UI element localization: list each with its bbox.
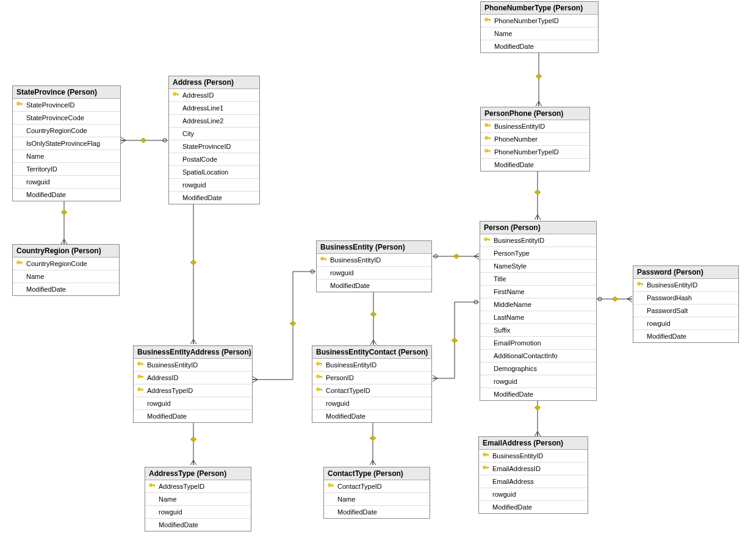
column-row[interactable]: PostalCode [169, 153, 259, 166]
column-row[interactable]: EmailAddressID [479, 463, 588, 475]
column-row[interactable]: AddressLine1 [169, 102, 259, 115]
column-row[interactable]: AdditionalContactInfo [480, 350, 596, 362]
column-row[interactable]: LastName [480, 311, 596, 324]
column-row[interactable]: BusinessEntityID [479, 450, 588, 463]
column-row[interactable]: PasswordHash [633, 292, 738, 305]
entity-countryregion[interactable]: CountryRegion (Person)CountryRegionCodeN… [12, 244, 120, 296]
column-row[interactable]: Name [145, 493, 251, 506]
column-row[interactable]: BusinessEntityID [633, 279, 738, 292]
entity-header: Password (Person) [633, 266, 738, 279]
column-row[interactable]: PhoneNumber [481, 133, 589, 146]
column-row[interactable]: ModifiedDate [134, 410, 252, 422]
column-row[interactable]: Suffix [480, 324, 596, 337]
column-row[interactable]: ModifiedDate [145, 519, 251, 531]
column-name: MiddleName [491, 301, 531, 308]
column-row[interactable]: City [169, 128, 259, 140]
column-row[interactable]: ModifiedDate [13, 283, 119, 295]
column-row[interactable]: ContactTypeID [324, 480, 430, 493]
column-row[interactable]: rowguid [479, 488, 588, 501]
column-name: Name [156, 496, 176, 503]
column-name: rowguid [328, 269, 354, 276]
column-row[interactable]: ModifiedDate [481, 159, 589, 171]
column-row[interactable]: rowguid [480, 375, 596, 388]
column-row[interactable]: ModifiedDate [169, 192, 259, 204]
entity-emailaddress[interactable]: EmailAddress (Person)BusinessEntityIDEma… [478, 436, 588, 514]
column-row[interactable]: StateProvinceID [169, 140, 259, 153]
column-row[interactable]: AddressID [169, 89, 259, 102]
column-row[interactable]: ModifiedDate [312, 410, 431, 422]
column-row[interactable]: rowguid [169, 179, 259, 192]
entity-businessentity[interactable]: BusinessEntity (Person)BusinessEntityIDr… [316, 240, 432, 292]
column-row[interactable]: Title [480, 273, 596, 286]
column-row[interactable]: ModifiedDate [317, 279, 431, 292]
column-row[interactable]: Name [13, 270, 119, 283]
column-row[interactable]: CountryRegionCode [13, 124, 120, 137]
entity-address[interactable]: Address (Person)AddressIDAddressLine1Add… [168, 76, 260, 204]
column-row[interactable]: PersonType [480, 247, 596, 260]
column-row[interactable]: rowguid [312, 397, 431, 410]
entity-businessentityaddress[interactable]: BusinessEntityAddress (Person)BusinessEn… [133, 345, 253, 423]
column-row[interactable]: ModifiedDate [324, 506, 430, 518]
column-row[interactable]: AddressLine2 [169, 115, 259, 128]
entity-contacttype[interactable]: ContactType (Person)ContactTypeIDNameMod… [323, 467, 430, 519]
column-name: Suffix [491, 326, 510, 334]
column-name: EmailAddressID [490, 465, 541, 472]
column-row[interactable]: ModifiedDate [633, 330, 738, 342]
column-row[interactable]: rowguid [633, 317, 738, 330]
column-row[interactable]: Name [324, 493, 430, 506]
column-row[interactable]: AddressID [134, 372, 252, 384]
column-row[interactable]: BusinessEntityID [312, 359, 431, 372]
entity-addresstype[interactable]: AddressType (Person)AddressTypeIDNamerow… [145, 467, 251, 532]
column-row[interactable]: rowguid [317, 267, 431, 279]
column-row[interactable]: Name [13, 150, 120, 163]
column-row[interactable]: FirstName [480, 286, 596, 298]
column-name: StateProvinceID [180, 143, 231, 150]
column-row[interactable]: ModifiedDate [480, 388, 596, 400]
column-row[interactable]: ContactTypeID [312, 384, 431, 397]
column-row[interactable]: ModifiedDate [479, 501, 588, 513]
column-row[interactable]: PhoneNumberTypeID [481, 15, 598, 27]
column-row[interactable]: MiddleName [480, 298, 596, 311]
column-row[interactable]: Name [481, 27, 598, 40]
primary-key-icon [315, 375, 323, 381]
entity-header: BusinessEntityContact (Person) [312, 346, 431, 359]
column-row[interactable]: EmailAddress [479, 475, 588, 488]
column-row[interactable]: BusinessEntityID [481, 120, 589, 133]
column-name: StateProvinceID [24, 101, 74, 109]
column-name: ModifiedDate [323, 413, 365, 420]
column-row[interactable]: ModifiedDate [13, 189, 120, 201]
column-row[interactable]: StateProvinceCode [13, 112, 120, 124]
column-row[interactable]: rowguid [13, 176, 120, 189]
column-row[interactable]: PhoneNumberTypeID [481, 146, 589, 159]
entity-person[interactable]: Person (Person)BusinessEntityIDPersonTyp… [480, 221, 597, 401]
column-row[interactable]: PersonID [312, 372, 431, 384]
column-name: ModifiedDate [491, 391, 533, 398]
column-row[interactable]: rowguid [134, 397, 252, 410]
column-row[interactable]: NameStyle [480, 260, 596, 273]
column-name: ModifiedDate [24, 286, 66, 293]
entity-header: Person (Person) [480, 222, 596, 234]
primary-key-icon [483, 237, 491, 243]
entity-password[interactable]: Password (Person)BusinessEntityIDPasswor… [633, 265, 739, 343]
column-row[interactable]: SpatialLocation [169, 166, 259, 179]
column-row[interactable]: IsOnlyStateProvinceFlag [13, 137, 120, 150]
column-row[interactable]: PasswordSalt [633, 305, 738, 317]
column-row[interactable]: ModifiedDate [481, 40, 598, 52]
column-name: Name [335, 496, 355, 503]
column-row[interactable]: EmailPromotion [480, 337, 596, 350]
primary-key-icon [136, 375, 145, 381]
column-row[interactable]: Demographics [480, 362, 596, 375]
column-row[interactable]: AddressTypeID [145, 480, 251, 493]
column-row[interactable]: BusinessEntityID [480, 234, 596, 247]
column-row[interactable]: rowguid [145, 506, 251, 519]
entity-businessentitycontact[interactable]: BusinessEntityContact (Person)BusinessEn… [312, 345, 432, 423]
entity-personphone[interactable]: PersonPhone (Person)BusinessEntityIDPhon… [480, 107, 590, 171]
column-row[interactable]: StateProvinceID [13, 99, 120, 112]
column-row[interactable]: BusinessEntityID [134, 359, 252, 372]
column-row[interactable]: CountryRegionCode [13, 258, 119, 270]
column-row[interactable]: BusinessEntityID [317, 254, 431, 267]
entity-phonenumbertype[interactable]: PhoneNumberType (Person)PhoneNumberTypeI… [480, 1, 599, 53]
column-row[interactable]: TerritoryID [13, 163, 120, 176]
entity-stateprovince[interactable]: StateProvince (Person)StateProvinceIDSta… [12, 85, 121, 201]
column-row[interactable]: AddressTypeID [134, 384, 252, 397]
